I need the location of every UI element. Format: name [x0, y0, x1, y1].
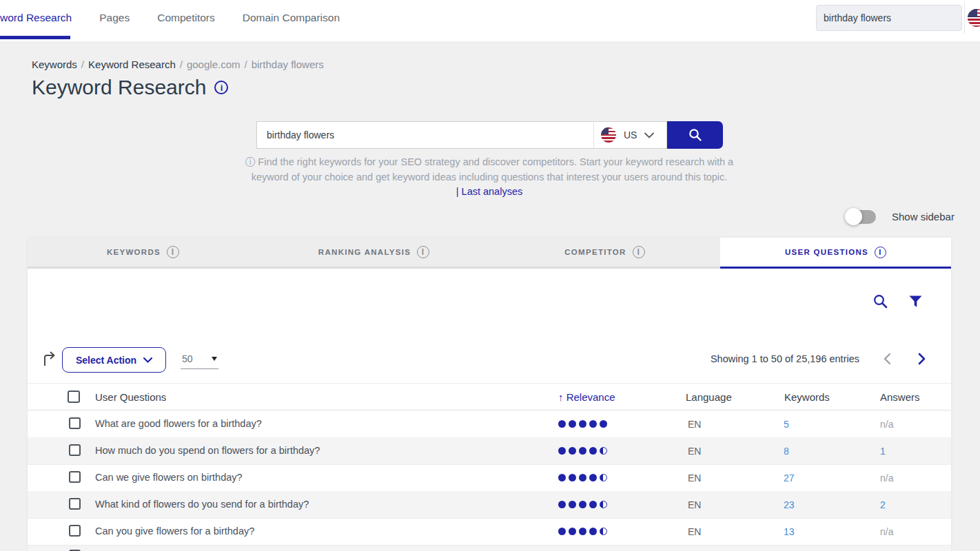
breadcrumb-separator: /: [176, 59, 187, 70]
column-header-answers[interactable]: Answers: [880, 391, 920, 403]
filter-icon[interactable]: [909, 295, 922, 308]
page-title-text: Keyword Research: [32, 76, 206, 99]
column-header-language[interactable]: Language: [686, 391, 732, 403]
relevance-dot-full: [579, 447, 586, 455]
page-size-value: 50: [182, 353, 193, 364]
relevance-dot-full: [589, 447, 597, 455]
answers-count-link[interactable]: 2: [880, 499, 886, 510]
nav-item-domain-comparison[interactable]: Domain Comparison: [243, 12, 340, 24]
info-icon[interactable]: i: [417, 246, 429, 258]
row-checkbox[interactable]: [69, 471, 81, 483]
intro-text-line1: ⓘ Find the right keywords for your SEO s…: [227, 156, 751, 169]
table-row: What kind of flowers do you send for a b…: [28, 491, 951, 518]
last-analyses-link[interactable]: | Last analyses: [227, 186, 751, 197]
breadcrumb-keyword: birthday flowers: [252, 59, 324, 70]
answers-cell: n/a: [880, 526, 893, 537]
answers-cell: n/a: [880, 419, 893, 430]
answers-count-link[interactable]: 1: [880, 446, 886, 457]
nav-item-keyword-research[interactable]: word Research: [0, 12, 72, 24]
relevance-dot-full: [569, 501, 576, 508]
relevance-dot-full: [558, 528, 566, 535]
country-selector[interactable]: US: [593, 121, 667, 149]
info-icon[interactable]: i: [167, 246, 179, 258]
search-button[interactable]: [667, 121, 723, 149]
page-size-select[interactable]: 50: [181, 349, 218, 369]
relevance-dot-half: [600, 447, 607, 455]
keywords-count-link[interactable]: 27: [784, 472, 795, 484]
breadcrumb-keywords[interactable]: Keywords: [32, 59, 77, 70]
answers-cell: n/a: [880, 472, 893, 484]
question-cell: What kind of flowers do you send for a b…: [95, 499, 309, 510]
topbar-search-box[interactable]: [816, 5, 962, 31]
tab-user-questions[interactable]: User Questionsi: [720, 238, 951, 269]
relevance-dot-full: [569, 528, 576, 535]
top-navigation: word Research Pages Competitors Domain C…: [0, 0, 340, 36]
info-icon[interactable]: i: [633, 246, 645, 258]
select-action-dropdown[interactable]: Select Action: [62, 347, 166, 373]
us-flag-icon[interactable]: [968, 9, 980, 27]
pagination-status: Showing 1 to 50 of 25,196 entries: [650, 353, 859, 364]
relevance-dot-full: [579, 474, 586, 481]
relevance-dots: [558, 420, 607, 428]
keyword-search-input[interactable]: [267, 129, 584, 141]
topbar-divider: [964, 2, 965, 34]
previous-page-icon[interactable]: [883, 353, 891, 365]
relevance-dot-full: [569, 474, 576, 481]
table-search-icon[interactable]: [872, 293, 888, 309]
question-cell: Can we give flowers on birthday?: [95, 472, 243, 483]
tab-competitor[interactable]: Competitori: [489, 238, 720, 269]
topbar-search-input[interactable]: [824, 12, 955, 23]
table-row: What are good flowers for a birthday? EN…: [28, 410, 951, 437]
column-header-keywords[interactable]: Keywords: [784, 391, 830, 403]
row-checkbox[interactable]: [69, 444, 81, 456]
relevance-dot-full: [600, 420, 607, 428]
question-cell: What are good flowers for a birthday?: [95, 418, 262, 429]
tab-ranking-analysis[interactable]: Ranking Analysisi: [258, 238, 489, 269]
export-icon[interactable]: [41, 351, 57, 367]
show-sidebar-label: Show sidebar: [892, 211, 955, 222]
title-info-icon[interactable]: i: [214, 81, 228, 94]
next-page-icon[interactable]: [918, 353, 926, 365]
keywords-count-link[interactable]: 13: [784, 526, 795, 537]
info-icon[interactable]: i: [875, 247, 886, 258]
keywords-count-link[interactable]: 23: [784, 499, 795, 510]
toggle-knob: [845, 208, 862, 225]
keywords-count-link[interactable]: 8: [784, 446, 789, 457]
breadcrumb-domain[interactable]: google.com: [187, 59, 241, 70]
relevance-dot-full: [579, 501, 586, 508]
column-header-user-questions[interactable]: User Questions: [95, 391, 166, 403]
tab-keywords[interactable]: Keywordsi: [28, 238, 258, 269]
relevance-dot-half: [600, 501, 607, 508]
keyword-search-box: [256, 121, 593, 149]
relevance-dot-full: [558, 420, 566, 428]
relevance-dot-full: [589, 528, 597, 535]
relevance-dot-half: [600, 528, 607, 535]
page-title: Keyword Research i: [32, 76, 228, 99]
breadcrumb: Keywords/Keyword Research/google.com/bir…: [32, 59, 324, 70]
nav-item-pages[interactable]: Pages: [99, 12, 130, 24]
nav-item-competitors[interactable]: Competitors: [157, 12, 215, 24]
row-checkbox[interactable]: [69, 498, 81, 510]
relevance-dot-full: [569, 420, 576, 428]
us-flag-icon: [601, 127, 616, 143]
breadcrumb-separator: /: [77, 59, 88, 70]
show-sidebar-toggle[interactable]: [847, 210, 876, 224]
language-cell: EN: [688, 499, 701, 510]
row-divider: [28, 518, 951, 519]
keywords-count-link[interactable]: 5: [784, 419, 789, 430]
breadcrumb-separator: /: [241, 59, 252, 70]
intro-text-line2: keyword of your choice and get keyword i…: [227, 171, 751, 183]
language-cell: EN: [688, 526, 701, 537]
select-all-checkbox[interactable]: [68, 391, 80, 403]
breadcrumb-keyword-research[interactable]: Keyword Research: [88, 59, 176, 70]
language-cell: EN: [688, 472, 701, 484]
country-code-label: US: [624, 129, 637, 141]
question-cell: How much do you spend on flowers for a b…: [95, 445, 320, 456]
relevance-dot-full: [579, 528, 586, 535]
row-checkbox[interactable]: [69, 417, 81, 429]
relevance-dot-full: [589, 420, 597, 428]
column-header-relevance[interactable]: ↑ Relevance: [558, 391, 615, 403]
relevance-dot-full: [558, 501, 566, 508]
row-checkbox[interactable]: [69, 525, 81, 537]
relevance-dot-full: [589, 501, 597, 508]
